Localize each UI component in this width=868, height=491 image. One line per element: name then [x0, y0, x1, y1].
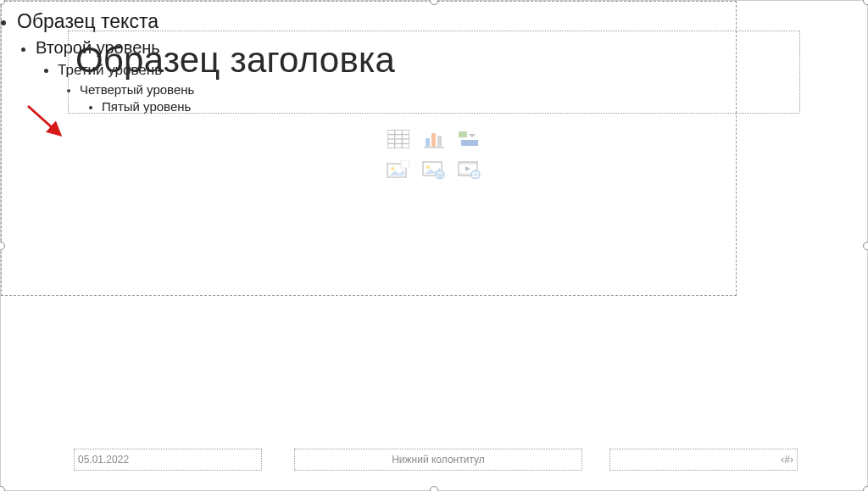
svg-rect-11 — [461, 140, 478, 146]
date-placeholder-text[interactable]: 05.01.2022 — [78, 454, 129, 466]
svg-rect-7 — [431, 133, 436, 147]
svg-point-16 — [426, 165, 430, 169]
resize-handle-bottom-left[interactable] — [0, 486, 5, 491]
svg-point-13 — [391, 167, 394, 170]
svg-rect-8 — [437, 136, 442, 147]
footer-placeholder[interactable]: Нижний колонтитул — [294, 449, 582, 471]
insert-video-icon[interactable] — [458, 159, 481, 179]
svg-rect-14 — [401, 160, 409, 168]
title-placeholder[interactable]: Образец заголовка — [68, 31, 800, 114]
slide-number-placeholder[interactable]: ‹#› — [609, 449, 798, 471]
content-placeholder-icons — [381, 128, 487, 189]
title-placeholder-text[interactable]: Образец заголовка — [75, 40, 793, 81]
resize-handle-bottom-right[interactable] — [863, 486, 868, 491]
footer-placeholder-text[interactable]: Нижний колонтитул — [392, 454, 485, 466]
svg-rect-19 — [459, 162, 477, 165]
svg-rect-10 — [459, 131, 467, 137]
resize-handle-middle-right[interactable] — [863, 242, 868, 250]
insert-table-icon[interactable] — [387, 128, 410, 148]
insert-smartart-icon[interactable] — [458, 128, 481, 148]
date-placeholder[interactable]: 05.01.2022 — [74, 449, 262, 471]
slide-master-canvas: Образец заголовка Образец текста Второй … — [0, 0, 868, 491]
svg-rect-6 — [426, 138, 430, 147]
resize-handle-bottom-middle[interactable] — [430, 486, 438, 491]
insert-chart-icon[interactable] — [422, 128, 446, 148]
bullet-level-1[interactable]: Образец текста — [17, 10, 736, 33]
insert-online-picture-icon[interactable] — [422, 159, 446, 179]
slide-number-placeholder-text[interactable]: ‹#› — [781, 454, 793, 466]
resize-handle-top-right[interactable] — [863, 0, 868, 5]
insert-picture-icon[interactable] — [387, 159, 410, 179]
resize-handle-middle-left[interactable] — [0, 242, 5, 250]
